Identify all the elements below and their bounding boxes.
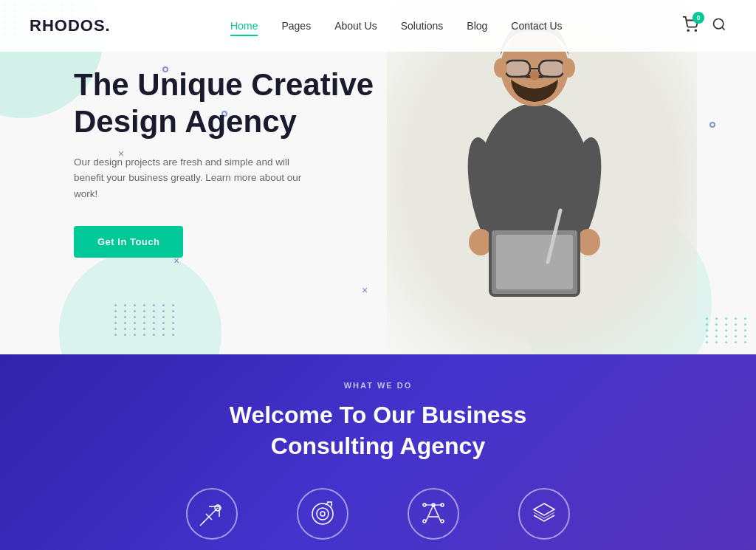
bottom-title-line1: Welcome To Our Business [230,402,526,428]
service-layers [518,488,570,540]
svg-point-18 [562,58,575,78]
nav-blog[interactable]: Blog [467,20,487,32]
svg-point-0 [687,30,689,31]
bottom-section: WHAT WE DO Welcome To Our Business Consu… [0,354,756,550]
svg-point-23 [312,503,333,524]
typography-icon [420,501,447,527]
svg-point-24 [317,508,329,520]
hero-section: document.currentScript.insertAdjacentHTM… [0,0,756,354]
svg-point-17 [494,58,507,78]
what-we-do-label: WHAT WE DO [344,381,413,390]
cart-button[interactable]: 0 [682,16,698,36]
nav-home[interactable]: Home [230,20,258,32]
design-icon [199,501,225,527]
dots-bottom-left: document.currentScript.insertAdjacentHTM… [114,304,178,336]
header: RHODOS. Home Pages About Us Solutions Bl… [0,0,756,52]
nav-pages[interactable]: Pages [281,20,311,32]
layers-icon [531,501,557,527]
svg-marker-34 [534,503,554,515]
target-icon-circle [297,488,348,540]
svg-line-21 [200,521,205,526]
svg-point-2 [714,18,724,28]
service-design [186,488,238,540]
svg-point-1 [695,30,696,31]
design-icon-circle [186,488,238,540]
svg-rect-10 [496,235,573,289]
service-target [297,488,348,540]
person-figure [416,15,653,354]
deco-circle-bottom-left [59,251,221,354]
nav-solutions[interactable]: Solutions [401,20,444,32]
svg-point-16 [530,70,539,80]
bottom-title-line2: Consulting Agency [271,433,485,459]
service-typography [408,488,459,540]
layers-icon-circle [518,488,570,540]
svg-point-28 [441,520,444,523]
cart-badge: 0 [693,12,704,24]
search-button[interactable] [712,17,726,35]
hero-content: The Unique Creative Design Agency Our de… [74,66,384,258]
bottom-title: Welcome To Our Business Consulting Agenc… [230,400,526,461]
nav-about[interactable]: About Us [334,20,377,32]
main-nav: Home Pages About Us Solutions Blog Conta… [230,20,563,32]
o-marker-3 [709,122,715,128]
svg-point-27 [423,520,426,523]
svg-rect-14 [539,61,564,77]
typography-icon-circle [408,488,459,540]
nav-contact[interactable]: Contact Us [511,20,562,32]
svg-point-25 [320,512,325,516]
dots-bottom-right: document.currentScript.insertAdjacentHTM… [706,317,750,343]
x-marker-4: × [362,284,368,296]
services-row [186,488,570,540]
hero-subtitle: Our design projects are fresh and simple… [74,154,310,202]
cta-button[interactable]: Get In Touch [74,226,183,258]
logo: RHODOS. [30,16,111,35]
nav-icons: 0 [682,16,726,36]
hero-title: The Unique Creative Design Agency [74,66,384,141]
svg-rect-13 [505,61,530,77]
target-icon [309,501,336,527]
hero-image [387,0,697,354]
